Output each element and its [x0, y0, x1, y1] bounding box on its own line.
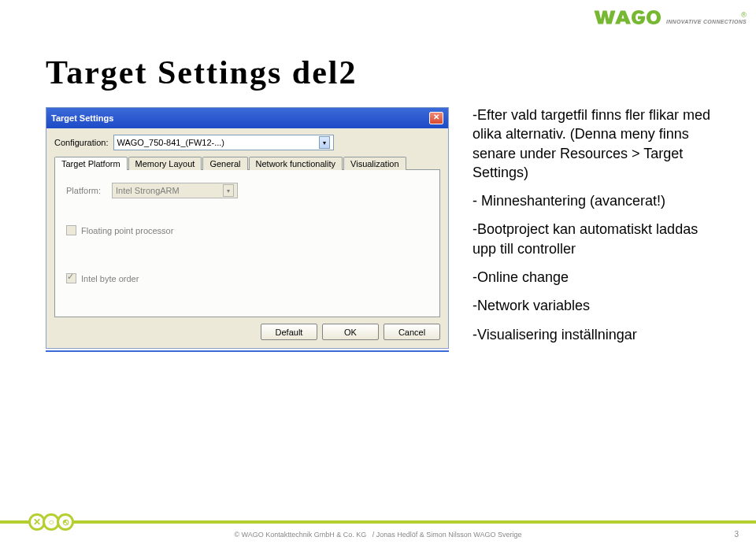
side-p4: -Online change — [472, 268, 717, 287]
chevron-down-icon: ▾ — [319, 136, 330, 149]
target-settings-dialog: Target Settings ✕ Configuration: WAGO_75… — [46, 107, 449, 352]
brand-logo: ® INNOVATIVE CONNECTIONS — [592, 6, 747, 28]
platform-value: Intel StrongARM — [116, 186, 180, 195]
dialog-bottom-border — [46, 350, 449, 352]
side-p1: -Efter vald targetfil finns fler flikar … — [472, 106, 717, 182]
platform-label: Platform: — [66, 186, 101, 195]
ok-button[interactable]: OK — [322, 324, 379, 340]
footer-icons: ✕ ○ ⎋ — [28, 513, 71, 531]
intel-byte-order-label: Intel byte order — [81, 274, 139, 283]
wago-logo-icon — [592, 6, 663, 28]
intel-byte-order-checkbox — [66, 273, 76, 283]
close-icon[interactable]: ✕ — [429, 112, 443, 124]
tab-network-functionality[interactable]: Network functionality — [249, 157, 343, 170]
platform-select: Intel StrongARM ▾ — [112, 183, 238, 198]
side-p3: -Bootproject kan automatiskt laddas upp … — [472, 220, 717, 258]
fpp-label: Floating point processor — [81, 226, 173, 235]
tab-content: Platform: Intel StrongARM ▾ Floating poi… — [54, 169, 440, 317]
footer: ✕ ○ ⎋ © WAGO Kontakttechnik GmbH & Co. K… — [0, 518, 756, 537]
fpp-checkbox — [66, 225, 76, 235]
configuration-label: Configuration: — [54, 138, 109, 147]
footer-bar — [0, 520, 756, 524]
logo-tagline: INNOVATIVE CONNECTIONS — [666, 19, 747, 24]
side-p5: -Network variables — [472, 296, 717, 315]
footer-copyright: © WAGO Kontakttechnik GmbH & Co. KG / Jo… — [0, 531, 756, 539]
page-title: Target Settings del2 — [46, 54, 357, 91]
side-p2: - Minneshantering (avancerat!) — [472, 191, 717, 210]
registered-mark: ® — [741, 11, 747, 19]
tab-memory-layout[interactable]: Memory Layout — [128, 157, 202, 170]
dialog-titlebar: Target Settings ✕ — [46, 108, 448, 128]
tab-general[interactable]: General — [202, 157, 247, 170]
tab-visualization[interactable]: Visualization — [343, 157, 406, 170]
configuration-select[interactable]: WAGO_750-841_(FW12-...) ▾ — [113, 135, 334, 150]
configuration-value: WAGO_750-841_(FW12-...) — [117, 138, 225, 147]
dialog-title-text: Target Settings — [51, 113, 113, 123]
cancel-button[interactable]: Cancel — [384, 324, 440, 340]
tab-target-platform[interactable]: Target Platform — [54, 157, 128, 170]
chevron-down-icon: ▾ — [223, 184, 234, 197]
page-number: 3 — [734, 530, 739, 539]
side-p6: -Visualisering inställningar — [472, 325, 717, 344]
footer-circle-icon: ⎋ — [57, 513, 74, 531]
side-description: -Efter vald targetfil finns fler flikar … — [472, 106, 717, 354]
default-button[interactable]: Default — [261, 324, 317, 340]
